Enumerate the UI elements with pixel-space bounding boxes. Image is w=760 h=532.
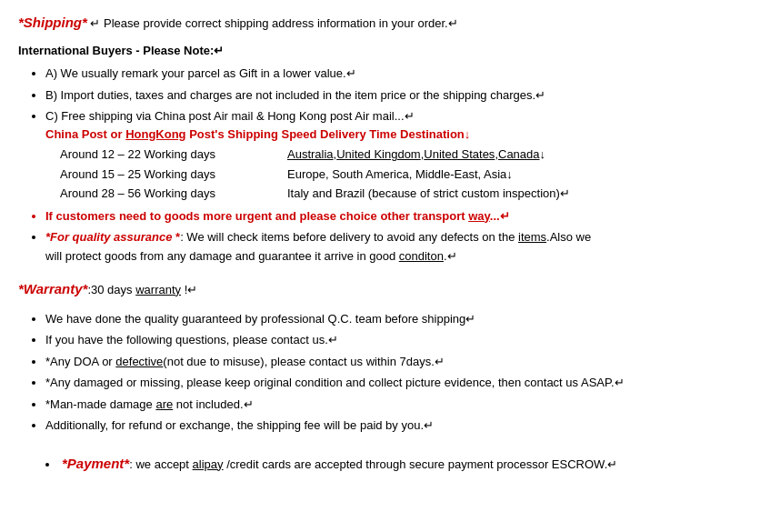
- bullet-quality: *For quality assurance *: We will check …: [45, 228, 742, 266]
- payment-text: : we accept alipay /credit cards are acc…: [129, 457, 617, 471]
- delivery-dest-1: Australia,United Kingdom,United States,C…: [287, 145, 570, 165]
- delivery-days-1: Around 12 – 22 Working days: [60, 145, 287, 165]
- warranty-section: *Warranty*:30 days warranty !↵ We have d…: [18, 281, 742, 471]
- shipping-title: *Shipping* ↵ Please provide correct ship…: [18, 15, 742, 30]
- delivery-row-1: Around 12 – 22 Working days Australia,Un…: [60, 145, 570, 165]
- delivery-days-2: Around 15 – 25 Working days: [60, 165, 287, 185]
- quality-text-cont: will protect goods from any damage and g…: [45, 249, 457, 263]
- warranty-bullets: We have done the quality guaranteed by p…: [18, 310, 742, 435]
- warranty-bullet-4: *Any damaged or missing, please keep ori…: [45, 374, 742, 392]
- delivery-table: Around 12 – 22 Working days Australia,Un…: [60, 145, 570, 204]
- payment-title: *Payment*: [62, 456, 129, 471]
- quality-star: *: [172, 230, 180, 244]
- shipping-title-text: *Shipping*: [18, 15, 87, 30]
- bullet-import: B) Import duties, taxes and charges are …: [45, 86, 742, 105]
- delivery-dest-3: Italy and Brazil (because of strict cust…: [287, 184, 570, 204]
- shipping-title-colon: ↵ Please provide correct shipping addres…: [87, 16, 458, 30]
- urgent-text: If customers need to goods more urgent a…: [45, 209, 510, 223]
- intl-buyers-heading: International Buyers - Please Note:↵: [18, 44, 742, 57]
- warranty-bullet-5: *Man-made damage are not included.↵: [45, 396, 742, 414]
- payment-bullet: *Payment*: we accept alipay /credit card…: [45, 456, 742, 471]
- shipping-bullets: A) We usually remark your parcel as Gift…: [18, 65, 742, 266]
- delivery-days-3: Around 28 – 56 Working days: [60, 184, 287, 204]
- warranty-title: *Warranty*: [18, 281, 87, 296]
- shipping-section: *Shipping* ↵ Please provide correct ship…: [18, 15, 742, 266]
- warranty-bullet-6: Additionally, for refund or exchange, th…: [45, 417, 742, 435]
- warranty-title-text: :30 days warranty !↵: [87, 283, 197, 296]
- quality-title: *For quality assurance: [45, 230, 172, 244]
- delivery-title: China Post or HongKong Post's Shipping S…: [45, 127, 470, 141]
- quality-text: : We will check items before delivery to…: [180, 230, 591, 244]
- warranty-bullet-3: *Any DOA or defective(not due to misuse)…: [45, 353, 742, 371]
- delivery-row-2: Around 15 – 25 Working days Europe, Sout…: [60, 165, 570, 185]
- bullet-urgent: If customers need to goods more urgent a…: [45, 207, 742, 226]
- bullet-gift: A) We usually remark your parcel as Gift…: [45, 65, 742, 83]
- warranty-bullet-1: We have done the quality guaranteed by p…: [45, 310, 742, 328]
- delivery-dest-2: Europe, South America, Middle-East, Asia…: [287, 165, 570, 185]
- warranty-bullet-2: If you have the following questions, ple…: [45, 331, 742, 349]
- bullet-free-shipping: C) Free shipping via China post Air mail…: [45, 107, 742, 204]
- delivery-row-3: Around 28 – 56 Working days Italy and Br…: [60, 184, 570, 204]
